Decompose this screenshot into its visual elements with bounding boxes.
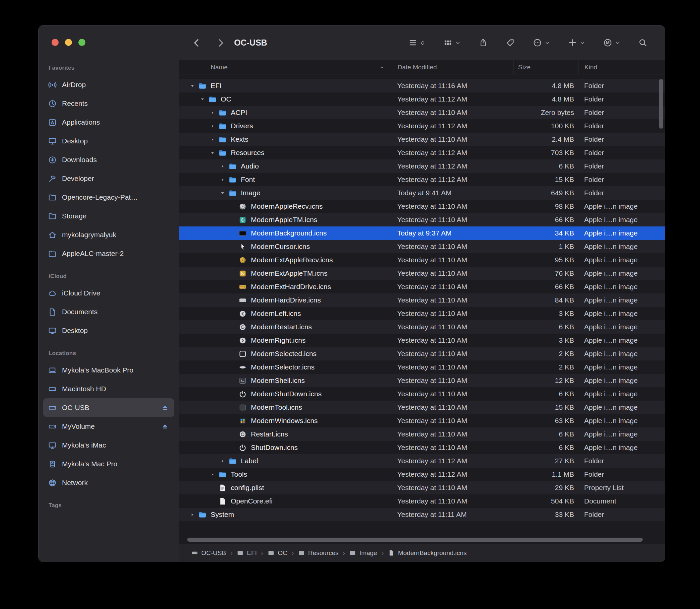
folder-icon xyxy=(227,162,238,171)
eject-icon[interactable] xyxy=(160,422,170,431)
file-row[interactable]: ToolsYesterday at 11:12 AM1.1 MBFolder xyxy=(179,468,665,481)
file-row[interactable]: ModernLeft.icnsYesterday at 11:10 AM3 KB… xyxy=(179,307,665,320)
file-row[interactable]: ModernTool.icnsYesterday at 11:10 AM15 K… xyxy=(179,401,665,414)
file-row[interactable]: OpenCore.efiYesterday at 11:10 AM504 KBD… xyxy=(179,494,665,508)
file-name: Kexts xyxy=(231,135,248,143)
file-row[interactable]: SystemYesterday at 11:11 AM33 KBFolder xyxy=(179,508,665,521)
profile-button[interactable]: M xyxy=(603,38,620,47)
disclosure-collapsed-icon[interactable] xyxy=(187,512,197,517)
sidebar-item-mykola-s-macbook-pro[interactable]: Mykola’s MacBook Pro xyxy=(43,361,174,380)
file-row[interactable]: OCYesterday at 11:12 AM4.8 MBFolder xyxy=(179,92,665,106)
disclosure-collapsed-icon[interactable] xyxy=(207,123,217,129)
sidebar-item-desktop[interactable]: Desktop xyxy=(43,321,174,340)
file-row[interactable]: EFIYesterday at 11:16 AM4.8 MBFolder xyxy=(179,79,665,92)
disclosure-collapsed-icon[interactable] xyxy=(207,137,217,142)
sidebar-item-mykolagrymalyuk[interactable]: mykolagrymalyuk xyxy=(43,225,174,244)
file-date: Yesterday at 11:10 AM xyxy=(392,350,513,358)
disclosure-collapsed-icon[interactable] xyxy=(217,177,227,182)
sidebar-item-oc-usb[interactable]: OC-USB xyxy=(43,398,174,417)
file-kind: Document xyxy=(578,497,665,505)
file-row[interactable]: ImageToday at 9:41 AM649 KBFolder xyxy=(179,186,665,199)
disclosure-collapsed-icon[interactable] xyxy=(207,110,217,115)
file-row[interactable]: ModernExtAppleTM.icnsYesterday at 11:10 … xyxy=(179,267,665,280)
sidebar-item-network[interactable]: Network xyxy=(43,473,174,492)
file-row[interactable]: ModernRestart.icnsYesterday at 11:10 AM6… xyxy=(179,320,665,334)
horizontal-scrollbar[interactable] xyxy=(187,538,643,542)
sidebar-item-airdrop[interactable]: AirDrop xyxy=(43,75,174,94)
sidebar-item-documents[interactable]: Documents xyxy=(43,302,174,321)
view-options-button[interactable] xyxy=(408,38,425,47)
pathbar-item-modernbackground-icns[interactable]: ModernBackground.icns xyxy=(388,550,467,557)
file-row[interactable]: FontYesterday at 11:12 AM15 KBFolder xyxy=(179,173,665,186)
disclosure-collapsed-icon[interactable] xyxy=(217,163,227,169)
disclosure-expanded-icon[interactable] xyxy=(217,190,227,196)
sidebar-item-desktop[interactable]: Desktop xyxy=(43,132,174,151)
file-row[interactable]: ModernRight.icnsYesterday at 11:10 AM3 K… xyxy=(179,334,665,347)
disclosure-collapsed-icon[interactable] xyxy=(217,458,227,464)
file-row[interactable]: ModernHardDrive.icnsYesterday at 11:10 A… xyxy=(179,293,665,307)
vertical-scrollbar[interactable] xyxy=(659,79,663,129)
pathbar-item-efi[interactable]: EFI xyxy=(237,550,257,557)
file-row[interactable]: ModernSelected.icnsYesterday at 11:10 AM… xyxy=(179,347,665,361)
file-size: 2 KB xyxy=(513,363,578,371)
column-header-size[interactable]: Size xyxy=(513,60,578,74)
file-row[interactable]: ModernWindows.icnsYesterday at 11:10 AM6… xyxy=(179,414,665,428)
sidebar-item-mykola-s-imac[interactable]: Mykola’s iMac xyxy=(43,436,174,455)
minimize-button[interactable] xyxy=(65,39,72,46)
sidebar-item-opencore-legacy-pat[interactable]: Opencore-Legacy-Pat… xyxy=(43,188,174,207)
file-row[interactable]: DriversYesterday at 11:12 AM100 KBFolder xyxy=(179,119,665,133)
sidebar-item-myvolume[interactable]: MyVolume xyxy=(43,417,174,436)
close-button[interactable] xyxy=(52,39,58,46)
file-row[interactable]: ModernShell.icnsYesterday at 11:10 AM12 … xyxy=(179,374,665,387)
sidebar-item-macintosh-hd[interactable]: Macintosh HD xyxy=(43,380,174,398)
file-list: EFIYesterday at 11:16 AM4.8 MBFolderOCYe… xyxy=(179,74,665,544)
file-row[interactable]: ModernExtAppleRecv.icnsYesterday at 11:1… xyxy=(179,253,665,267)
file-row[interactable]: Restart.icnsYesterday at 11:10 AM6 KBApp… xyxy=(179,428,665,441)
search-button[interactable] xyxy=(638,38,647,47)
sidebar-item-storage[interactable]: Storage xyxy=(43,207,174,225)
file-row[interactable]: ACPIYesterday at 11:10 AMZero bytesFolde… xyxy=(179,106,665,119)
pathbar-item-image[interactable]: Image xyxy=(349,550,377,557)
eject-icon[interactable] xyxy=(160,403,170,412)
file-row[interactable]: config.plistYesterday at 11:10 AM29 KBPr… xyxy=(179,481,665,494)
file-row[interactable]: LabelYesterday at 11:12 AM27 KBFolder xyxy=(179,454,665,468)
file-row[interactable]: ModernAppleTM.icnsYesterday at 11:10 AM6… xyxy=(179,213,665,226)
forward-button[interactable] xyxy=(216,38,225,48)
file-row[interactable]: ShutDown.icnsYesterday at 11:10 AM6 KBAp… xyxy=(179,441,665,454)
disclosure-collapsed-icon[interactable] xyxy=(207,472,217,477)
column-header-kind[interactable]: Kind xyxy=(578,60,665,74)
tags-button[interactable] xyxy=(506,38,515,47)
share-button[interactable] xyxy=(478,38,488,47)
column-header-date-modified[interactable]: Date Modified xyxy=(392,60,513,74)
sidebar-item-applications[interactable]: Applications xyxy=(43,113,174,132)
file-row[interactable]: ModernBackground.icnsToday at 9:37 AM34 … xyxy=(179,226,665,240)
column-header-name[interactable]: Name xyxy=(179,60,392,74)
file-size: 15 KB xyxy=(513,403,578,411)
more-actions-button[interactable] xyxy=(533,38,550,47)
file-row[interactable]: ModernSelector.icnsYesterday at 11:10 AM… xyxy=(179,361,665,374)
file-row[interactable]: ModernCursor.icnsYesterday at 11:10 AM1 … xyxy=(179,240,665,253)
file-row[interactable]: ModernExtHardDrive.icnsYesterday at 11:1… xyxy=(179,280,665,293)
add-button[interactable] xyxy=(568,38,585,47)
sidebar-item-mykola-s-mac-pro[interactable]: Mykola’s Mac Pro xyxy=(43,455,174,473)
folder-outline-icon xyxy=(48,249,57,258)
file-row[interactable]: ModernShutDown.icnsYesterday at 11:10 AM… xyxy=(179,387,665,401)
pathbar-item-oc[interactable]: OC xyxy=(268,550,287,557)
sidebar-item-applealc-master-2[interactable]: AppleALC-master-2 xyxy=(43,244,174,263)
sidebar-item-recents[interactable]: Recents xyxy=(43,94,174,113)
sidebar-item-downloads[interactable]: Downloads xyxy=(43,151,174,169)
file-row[interactable]: ModernAppleRecv.icnsYesterday at 11:10 A… xyxy=(179,199,665,213)
disclosure-expanded-icon[interactable] xyxy=(187,83,197,88)
sidebar-item-developer[interactable]: Developer xyxy=(43,169,174,188)
sidebar-item-icloud-drive[interactable]: iCloud Drive xyxy=(43,284,174,302)
disclosure-expanded-icon[interactable] xyxy=(197,97,207,102)
file-row[interactable]: ResourcesYesterday at 11:12 AM703 KBFold… xyxy=(179,146,665,159)
pathbar-item-resources[interactable]: Resources xyxy=(298,550,338,557)
disclosure-expanded-icon[interactable] xyxy=(207,150,217,155)
back-button[interactable] xyxy=(192,38,201,48)
group-button[interactable] xyxy=(443,38,460,47)
file-row[interactable]: AudioYesterday at 11:12 AM6 KBFolder xyxy=(179,159,665,173)
file-row[interactable]: KextsYesterday at 11:10 AM2.4 MBFolder xyxy=(179,133,665,146)
zoom-button[interactable] xyxy=(78,39,85,46)
pathbar-item-oc-usb[interactable]: OC-USB xyxy=(191,550,226,557)
